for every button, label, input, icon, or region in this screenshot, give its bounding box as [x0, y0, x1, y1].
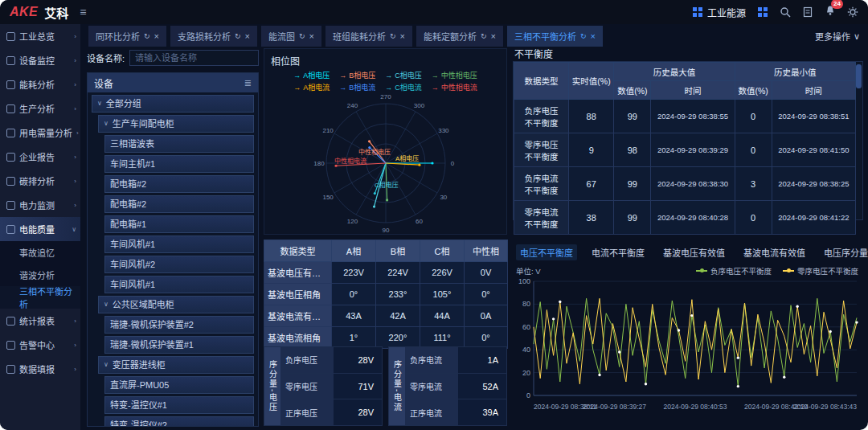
tab-5[interactable]: 三相不平衡分析↻×: [507, 26, 603, 47]
trend-tab-2[interactable]: 基波电压有效值: [659, 244, 729, 260]
tree-device[interactable]: 车间风机#1: [104, 276, 254, 293]
min-time-cell: 2024-09-29 08:41:22: [772, 201, 855, 235]
notifications-button[interactable]: 24: [825, 5, 836, 19]
tab-4[interactable]: 能耗定额分析↻×: [416, 26, 503, 47]
tab-label: 班组能耗分析: [333, 30, 386, 43]
legend-arrow-icon: →: [432, 72, 439, 80]
legend-item: →中性相电流: [432, 82, 477, 92]
tree-group[interactable]: ∨全部分组: [92, 95, 254, 113]
trend-tab-0[interactable]: 电压不平衡度: [516, 244, 577, 260]
sidebar-item-0[interactable]: 工业总览›: [0, 24, 80, 48]
close-icon[interactable]: ×: [309, 31, 314, 41]
sidebar-item-3[interactable]: 生产分析›: [0, 96, 80, 121]
chart-unit: 单位: V: [516, 265, 541, 276]
tree-node-label: 变压器进线柜: [113, 359, 166, 371]
legend-item: 负序电压不平衡度: [696, 265, 772, 276]
tree-device[interactable]: 直流屏-PMU05: [104, 376, 254, 394]
sidebar-subitem-1[interactable]: 谐波分析: [0, 264, 80, 286]
tree-group[interactable]: ∨变压器进线柜: [98, 356, 254, 374]
sidebar-item-6[interactable]: 碳排分析›: [0, 169, 80, 193]
logo-ake: AKE: [10, 5, 38, 19]
close-icon[interactable]: ×: [490, 31, 495, 41]
refresh-icon[interactable]: ↻: [390, 32, 396, 40]
tree-device[interactable]: 配电箱#2: [104, 195, 254, 213]
svg-text:300: 300: [413, 102, 424, 109]
trend-tabs: 电压不平衡度电流不平衡度基波电压有效值基波电流有效值电压序分量电流序分量: [513, 243, 863, 265]
refresh-icon[interactable]: ↻: [235, 32, 241, 40]
sidebar-item-11[interactable]: 数据填报›: [0, 357, 80, 381]
table-row: 基波电压相角0°233°105°0°: [264, 284, 508, 305]
sidebar-item-5[interactable]: 企业报告›: [0, 145, 80, 169]
tree-node-label: 特变-温控仪#2: [110, 420, 167, 426]
seq-row-label: 负序电压: [280, 347, 334, 373]
tree-device[interactable]: 配电箱#1: [104, 215, 254, 233]
tab-bar: 同环比分析↻×支路损耗分析↻×能流图↻×班组能耗分析↻×能耗定额分析↻×三相不平…: [80, 24, 868, 47]
tree-device[interactable]: 三相谐波表: [104, 135, 254, 153]
svg-text:2024-09-29 08:43:43: 2024-09-29 08:43:43: [793, 403, 857, 411]
sidebar-subitem-2[interactable]: 三相不平衡分析: [0, 286, 80, 309]
tree-device[interactable]: 配电箱#2: [104, 175, 254, 193]
legend-item: →中性相电压: [432, 70, 477, 80]
tab-0[interactable]: 同环比分析↻×: [88, 26, 166, 47]
tab-1[interactable]: 支路损耗分析↻×: [170, 26, 257, 47]
tree-device[interactable]: 车间风机#1: [104, 235, 254, 253]
tree-device[interactable]: 车间主机#1: [104, 155, 254, 173]
tree-device[interactable]: 特变-温控仪#2: [104, 416, 254, 426]
close-icon[interactable]: ×: [245, 31, 250, 41]
refresh-icon[interactable]: ↻: [580, 32, 587, 40]
sequence-panel-current: 序分量-电流负序电流1A零序电流52A正序电流39A: [388, 346, 507, 426]
value-cell: 0°: [332, 284, 376, 305]
sidebar-item-1[interactable]: 设备监控›: [0, 48, 80, 72]
close-icon[interactable]: ×: [154, 31, 159, 41]
sidebar-item-10[interactable]: 告警中心›: [0, 333, 80, 357]
trend-tab-4[interactable]: 电压序分量: [820, 244, 868, 260]
tree-group[interactable]: ∨公共区域配电柜: [98, 296, 254, 313]
tree-node-label: 瑞捷-微机保护装置#2: [110, 319, 194, 330]
trend-tab-1[interactable]: 电流不平衡度: [588, 244, 649, 260]
apps-menu-icon[interactable]: [757, 6, 768, 18]
svg-text:150: 150: [322, 194, 334, 201]
sidebar-item-2[interactable]: 能耗分析›: [0, 72, 80, 96]
refresh-icon[interactable]: ↻: [299, 32, 305, 40]
legend-arrow-icon: →: [293, 84, 301, 92]
value-cell: 44A: [420, 305, 465, 327]
scrollbar-thumb[interactable]: [856, 64, 862, 88]
gear-icon[interactable]: [847, 6, 858, 18]
device-name-input[interactable]: [129, 50, 259, 66]
sidebar-subitem-0[interactable]: 事故追忆: [0, 241, 80, 264]
tab-3[interactable]: 班组能耗分析↻×: [326, 26, 412, 47]
min-value-cell: 0: [735, 133, 772, 167]
tree-device[interactable]: 车间风机#2: [104, 256, 254, 273]
table-row: 负序电压不平衡度88992024-09-29 08:38:5502024-09-…: [514, 100, 856, 133]
col-hist-max: 历史最大值: [614, 63, 735, 81]
close-icon[interactable]: ×: [400, 31, 405, 41]
legend-arrow-icon: →: [432, 84, 439, 92]
chevron-right-icon: ›: [74, 178, 76, 185]
list-collapse-icon[interactable]: ≣: [244, 78, 252, 88]
statistics-icon: [6, 317, 15, 326]
chevron-down-icon: ∨: [104, 118, 108, 129]
trend-tab-3[interactable]: 基波电流有效值: [739, 244, 809, 260]
hamburger-icon[interactable]: ≡: [80, 6, 86, 18]
sidebar-item-8[interactable]: 电能质量∨: [0, 217, 80, 241]
tab-label: 支路损耗分析: [178, 30, 231, 43]
tree-group[interactable]: ∨生产车间配电柜: [98, 115, 254, 133]
tree-device[interactable]: 特变-温控仪#1: [104, 396, 254, 414]
sidebar-item-9[interactable]: 统计报表›: [0, 309, 80, 333]
search-icon[interactable]: [780, 6, 791, 18]
document-icon[interactable]: [802, 6, 813, 18]
refresh-icon[interactable]: ↻: [144, 32, 150, 40]
close-icon[interactable]: ×: [590, 31, 595, 41]
tree-device[interactable]: 瑞捷-微机保护装置#1: [104, 336, 254, 354]
list-item: 正序电压28V: [280, 399, 382, 425]
alarm-icon: [6, 341, 15, 350]
tab-2[interactable]: 能流图↻×: [261, 26, 321, 47]
table-scrollbar[interactable]: [856, 63, 862, 219]
row-type-cell: 基波电压相角: [264, 284, 332, 305]
sidebar-item-4[interactable]: 用电需量分析›: [0, 121, 80, 145]
refresh-icon[interactable]: ↻: [481, 32, 487, 40]
sidebar-item-7[interactable]: 电力监测›: [0, 193, 80, 217]
app-switcher[interactable]: 工业能源: [692, 6, 746, 19]
tree-device[interactable]: 瑞捷-微机保护装置#2: [104, 316, 254, 334]
more-actions-button[interactable]: 更多操作 ∨: [815, 30, 860, 43]
